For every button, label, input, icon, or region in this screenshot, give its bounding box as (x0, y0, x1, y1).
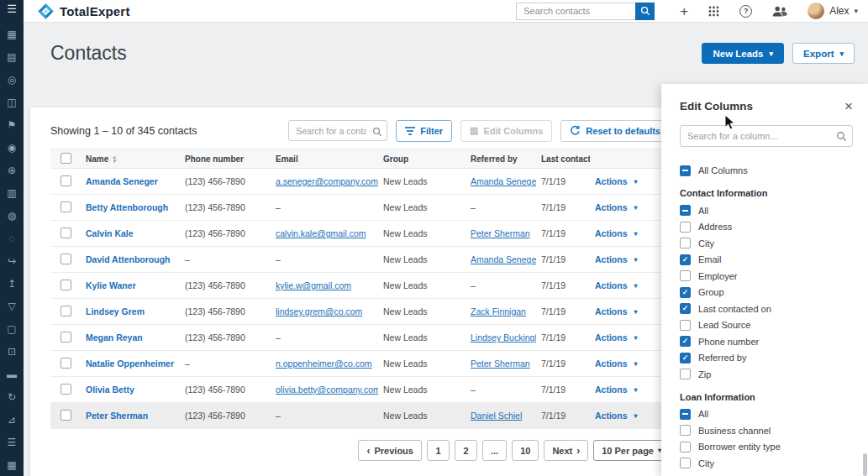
dashboard-icon[interactable]: ▦ (0, 23, 24, 45)
checkbox[interactable] (680, 409, 691, 420)
page-button-10[interactable]: 10 (512, 440, 539, 461)
reset-defaults-button[interactable]: Reset to defaults (560, 120, 670, 142)
row-checkbox[interactable] (60, 280, 71, 290)
filter-button[interactable]: Filter (396, 120, 452, 142)
global-search-input[interactable] (516, 3, 635, 20)
checkbox[interactable] (680, 270, 691, 281)
contact-name-link[interactable]: Lindsey Grem (86, 306, 145, 316)
contact-name-link[interactable]: Amanda Seneger (86, 176, 158, 186)
contact-name-link[interactable]: Olivia Betty (86, 384, 134, 395)
email-link[interactable]: – (276, 332, 281, 343)
documents-icon[interactable]: ▢ (0, 317, 24, 340)
column-option[interactable]: Phone number (680, 333, 853, 350)
email-link[interactable]: – (276, 254, 281, 264)
column-option-all-columns[interactable]: All Columns (680, 162, 853, 179)
panel-scrollbar-thumb[interactable] (863, 453, 867, 476)
focused-view-icon[interactable]: ◉ (0, 136, 24, 159)
referred-by-link[interactable]: – (471, 202, 476, 212)
column-option[interactable]: City (680, 235, 853, 252)
referred-by-link[interactable]: Peter Sherman (471, 228, 530, 238)
table-row[interactable]: Betty Attenborough (123) 456-7890 – New … (50, 195, 670, 221)
row-checkbox[interactable] (60, 410, 71, 421)
column-option[interactable]: Group (680, 285, 853, 301)
actions-menu-button[interactable]: Actions▾ (595, 254, 638, 264)
checkbox[interactable] (680, 254, 691, 265)
email-link[interactable]: olivia.betty@company.com (276, 384, 378, 395)
checkbox[interactable] (680, 336, 691, 347)
table-row[interactable]: Amanda Seneger (123) 456-7890 a.seneger@… (50, 169, 670, 195)
goals-icon[interactable]: ◌ (0, 227, 24, 249)
row-checkbox[interactable] (60, 175, 71, 186)
column-option[interactable]: Zip (680, 366, 853, 383)
email-link[interactable]: n.oppenheimer@co.com (276, 358, 372, 369)
checkbox[interactable] (680, 287, 691, 298)
actions-menu-button[interactable]: Actions▾ (595, 332, 638, 343)
contact-name-link[interactable]: David Attenborough (86, 254, 171, 264)
email-link[interactable]: kylie.w@gmail.com (276, 280, 351, 290)
checkbox[interactable] (680, 425, 691, 436)
team-icon[interactable] (772, 6, 787, 17)
col-header-name[interactable]: Name▴▾ (81, 149, 180, 169)
referred-by-link[interactable]: Daniel Schiel (471, 411, 522, 421)
actions-menu-button[interactable]: Actions▾ (595, 358, 638, 369)
email-link[interactable]: – (276, 411, 281, 421)
checkbox[interactable] (680, 353, 691, 364)
journal-icon[interactable]: ▤ (0, 45, 24, 68)
email-link[interactable]: lindsey.grem@co.com (276, 306, 362, 316)
page-button-2[interactable]: 2 (455, 440, 477, 461)
campaigns-icon[interactable]: ⚑ (0, 113, 24, 136)
table-row[interactable]: Calvin Kale (123) 456-7890 calvin.kale@g… (50, 221, 670, 247)
checkbox[interactable] (680, 238, 691, 248)
actions-menu-button[interactable]: Actions▾ (595, 176, 638, 186)
column-option[interactable]: Lead Source (680, 317, 853, 334)
table-row[interactable]: Peter Sherman (123) 456-7890 – New Leads… (50, 403, 670, 429)
actions-menu-button[interactable]: Actions▾ (595, 202, 638, 212)
actions-menu-button[interactable]: Actions▾ (595, 411, 638, 421)
column-option[interactable]: Email (680, 252, 853, 269)
column-search-input[interactable] (680, 125, 853, 147)
checkbox[interactable] (680, 320, 691, 331)
funnel-icon[interactable]: ▽ (0, 295, 24, 317)
contact-name-link[interactable]: Megan Reyan (86, 332, 143, 343)
contact-name-link[interactable]: Natalie Oppenheimer (86, 358, 174, 369)
row-checkbox[interactable] (60, 358, 71, 369)
checkbox[interactable] (680, 442, 691, 452)
referred-by-link[interactable]: Peter Sherman (471, 358, 530, 369)
email-link[interactable]: calvin.kale@gmail.com (276, 228, 366, 238)
table-row[interactable]: Olivia Betty (123) 456-7890 olivia.betty… (50, 377, 670, 403)
column-option[interactable]: Referred by (680, 350, 853, 367)
table-row[interactable]: Kylie Waner (123) 456-7890 kylie.w@gmail… (50, 273, 670, 299)
global-search-button[interactable] (635, 3, 655, 20)
column-option[interactable]: Last contacted on (680, 301, 853, 317)
checkbox[interactable] (680, 222, 691, 233)
table-row[interactable]: David Attenborough – – New Leads Amanda … (50, 247, 670, 273)
account-menu[interactable]: Alex ▾ (808, 3, 858, 19)
quick-add-icon[interactable]: + (680, 4, 688, 18)
monitor-icon[interactable]: ⊡ (0, 340, 24, 363)
profile-icon[interactable]: ☰ (0, 431, 24, 453)
checkbox[interactable] (680, 165, 691, 176)
share-icon[interactable]: ↪ (0, 249, 24, 272)
checkbox[interactable] (680, 458, 691, 468)
actions-menu-button[interactable]: Actions▾ (595, 306, 638, 316)
page-button-1[interactable]: 1 (427, 440, 450, 461)
column-option[interactable]: All (680, 202, 853, 219)
referred-by-link[interactable]: Amanda Seneger (471, 176, 536, 186)
export-arrow-icon[interactable]: ↥ (0, 272, 24, 295)
search-leads-icon[interactable]: ◎ (0, 68, 24, 91)
select-all-checkbox[interactable] (60, 153, 71, 164)
table-row[interactable]: Megan Reyan (123) 456-7890 – New Leads L… (50, 325, 670, 351)
export-button[interactable]: Export ▾ (792, 43, 855, 64)
briefcase-icon[interactable]: ▬ (0, 363, 24, 385)
contact-name-link[interactable]: Calvin Kale (86, 228, 134, 238)
table-row[interactable]: Lindsey Grem (123) 456-7890 lindsey.grem… (50, 299, 670, 325)
sync-icon[interactable]: ↻ (0, 385, 24, 408)
close-icon[interactable]: × (844, 99, 853, 113)
contacts-icon[interactable]: ◫ (0, 91, 24, 113)
help-icon[interactable]: ? (739, 5, 752, 18)
email-link[interactable]: – (276, 202, 281, 212)
checkbox[interactable] (680, 205, 691, 216)
actions-menu-button[interactable]: Actions▾ (595, 280, 638, 290)
calendar-icon[interactable]: ▥ (0, 181, 24, 204)
row-checkbox[interactable] (60, 332, 71, 343)
